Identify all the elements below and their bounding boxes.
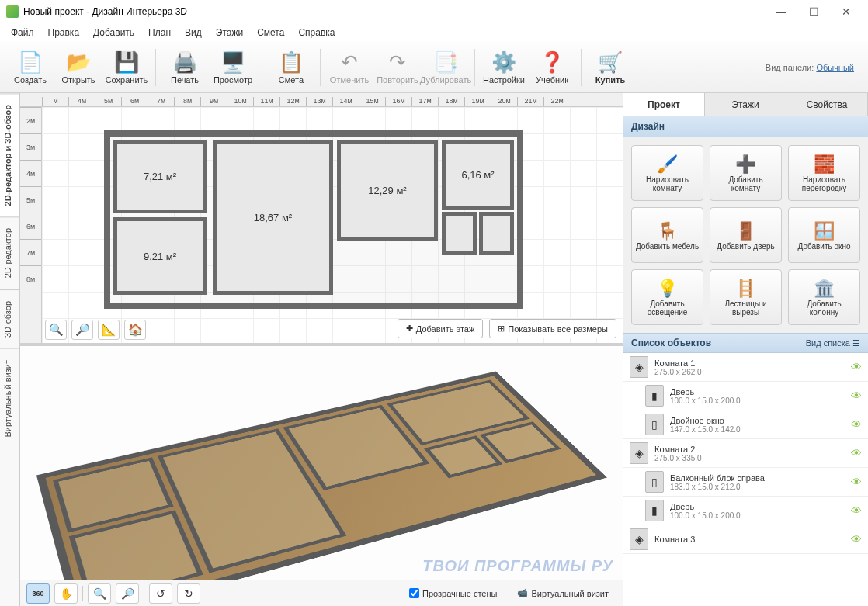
visibility-icon[interactable]: 👁 — [851, 533, 862, 545]
add-floor-button[interactable]: ✚ Добавить этаж — [398, 319, 483, 338]
visibility-icon[interactable]: 👁 — [851, 504, 862, 517]
list-item[interactable]: ▯Двойное окно147.0 x 15.0 x 142.0👁 — [623, 410, 868, 439]
visibility-icon[interactable]: 👁 — [851, 418, 862, 431]
ruler-vertical: 2м3м4м5м6м7м8м — [20, 107, 42, 343]
transparent-walls-checkbox[interactable]: Прозрачные стены — [409, 588, 497, 598]
add-window-button[interactable]: 🪟Добавить окно — [788, 207, 860, 263]
vtab-2d[interactable]: 2D-редактор — [0, 216, 19, 289]
zoom-in-icon[interactable]: 🔎 — [71, 320, 93, 340]
draw-partition-button[interactable]: 🧱Нарисовать перегородку — [788, 145, 860, 201]
watermark: ТВОИ ПРОГРАММЫ РУ — [422, 557, 613, 575]
add-light-button[interactable]: 💡Добавить освещение — [631, 269, 703, 325]
show-dims-button[interactable]: ⊞ Показывать все размеры — [489, 319, 616, 338]
virtual-visit-button[interactable]: 📹 Виртуальный визит — [517, 588, 609, 598]
menu-Смета[interactable]: Смета — [251, 25, 290, 40]
rotate-right-icon[interactable]: ↻ — [177, 583, 200, 604]
room-1[interactable]: 7,21 м² — [113, 140, 207, 213]
vtab-virtual[interactable]: Виртуальный визит — [0, 348, 19, 448]
window-title: Новый проект - Дизайн Интерьера 3D — [23, 6, 766, 17]
panel-mode-link[interactable]: Обычный — [816, 63, 854, 72]
menu-Вид[interactable]: Вид — [179, 25, 208, 40]
duplicate-button[interactable]: 📑Дублировать — [422, 45, 470, 90]
room-5[interactable]: 9,21 м² — [113, 217, 207, 295]
zoom-in-3d-icon[interactable]: 🔎 — [116, 583, 139, 604]
print-button[interactable]: 🖨️Печать — [161, 45, 209, 90]
ruler-horizontal: м4м5м6м7м8м9м10м11м12м13м14м15м16м17м18м… — [20, 93, 623, 107]
rotate-left-icon[interactable]: ↺ — [149, 583, 172, 604]
menu-Справка[interactable]: Справка — [292, 25, 341, 40]
list-item[interactable]: ▮Дверь100.0 x 15.0 x 200.0👁 — [623, 382, 868, 410]
redo-button[interactable]: ↷Повторить — [373, 45, 422, 90]
list-item[interactable]: ◈Комната 2275.0 x 335.0👁 — [623, 439, 868, 468]
room-3[interactable]: 12,29 м² — [337, 140, 438, 241]
close-button[interactable]: ✕ — [831, 2, 862, 21]
room-small-2[interactable] — [479, 212, 514, 255]
add-door-button[interactable]: 🚪Добавить дверь — [710, 207, 782, 263]
vtab-2d-3d[interactable]: 2D-редактор и 3D-обзор — [0, 93, 19, 216]
menu-Правка[interactable]: Правка — [42, 25, 86, 40]
room-4[interactable]: 6,16 м² — [442, 140, 514, 210]
preview-button[interactable]: 🖥️Просмотр — [209, 45, 257, 90]
home-icon[interactable]: 🏠 — [124, 320, 146, 340]
draw-room-button[interactable]: 🖌️Нарисовать комнату — [631, 145, 703, 201]
undo-button[interactable]: ↶Отменить — [325, 45, 373, 90]
list-item[interactable]: ▮Дверь100.0 x 15.0 x 200.0👁 — [623, 497, 868, 525]
tab-properties[interactable]: Свойства — [786, 93, 868, 116]
menu-Добавить[interactable]: Добавить — [87, 25, 141, 40]
create-button[interactable]: 📄Создать — [6, 45, 54, 90]
list-item[interactable]: ◈Комната 1275.0 x 262.0👁 — [623, 353, 868, 382]
zoom-out-icon[interactable]: 🔍 — [45, 320, 67, 340]
visibility-icon[interactable]: 👁 — [851, 390, 862, 402]
menu-Этажи[interactable]: Этажи — [210, 25, 249, 40]
panel-mode: Вид панели: Обычный — [766, 63, 862, 72]
visibility-icon[interactable]: 👁 — [851, 447, 862, 459]
tab-floors[interactable]: Этажи — [705, 93, 786, 116]
visibility-icon[interactable]: 👁 — [851, 361, 862, 373]
main-toolbar: 📄Создать 📂Открыть 💾Сохранить 🖨️Печать 🖥️… — [0, 42, 868, 93]
buy-button[interactable]: 🛒Купить — [586, 45, 634, 90]
list-item[interactable]: ▯Балконный блок справа183.0 x 15.0 x 212… — [623, 468, 868, 497]
menu-План[interactable]: План — [142, 25, 177, 40]
maximize-button[interactable]: ☐ — [798, 2, 829, 21]
room-2[interactable]: 18,67 м² — [213, 140, 333, 295]
minimize-button[interactable]: — — [766, 2, 797, 21]
add-furniture-button[interactable]: 🪑Добавить мебель — [631, 207, 703, 263]
zoom-out-3d-icon[interactable]: 🔍 — [88, 583, 111, 604]
objects-header: Список объектов — [631, 338, 711, 348]
stairs-button[interactable]: 🪜Лестницы и вырезы — [710, 269, 782, 325]
visibility-icon[interactable]: 👁 — [851, 476, 862, 488]
add-room-button[interactable]: ➕Добавить комнату — [710, 145, 782, 201]
design-header: Дизайн — [623, 116, 868, 137]
menubar: ФайлПравкаДобавитьПланВидЭтажиСметаСправ… — [0, 23, 868, 42]
3d-viewport[interactable]: ТВОИ ПРОГРАММЫ РУ 360 ✋ 🔍 🔎 ↺ ↻ Прозрачн… — [20, 346, 623, 606]
object-list: ◈Комната 1275.0 x 262.0👁▮Дверь100.0 x 15… — [623, 353, 868, 606]
tutorial-button[interactable]: ❓Учебник — [528, 45, 576, 90]
list-item[interactable]: ◈Комната 3👁 — [623, 525, 868, 554]
vtab-3d[interactable]: 3D-обзор — [0, 289, 19, 348]
measure-icon[interactable]: 📐 — [98, 320, 120, 340]
pan-icon[interactable]: ✋ — [54, 583, 78, 604]
room-small-1[interactable] — [442, 212, 477, 255]
open-button[interactable]: 📂Открыть — [54, 45, 102, 90]
estimate-button[interactable]: 📋Смета — [267, 45, 315, 90]
app-icon — [6, 5, 19, 18]
settings-button[interactable]: ⚙️Настройки — [480, 45, 528, 90]
save-button[interactable]: 💾Сохранить — [102, 45, 151, 90]
orbit-360-icon[interactable]: 360 — [26, 583, 50, 604]
list-mode-link[interactable]: Вид списка ☰ — [806, 338, 860, 348]
add-column-button[interactable]: 🏛️Добавить колонну — [788, 269, 860, 325]
tab-project[interactable]: Проект — [623, 93, 705, 116]
menu-Файл[interactable]: Файл — [5, 25, 40, 40]
plan-canvas[interactable]: 7,21 м² 18,67 м² 12,29 м² 6,16 м² 9,21 м… — [42, 107, 623, 343]
